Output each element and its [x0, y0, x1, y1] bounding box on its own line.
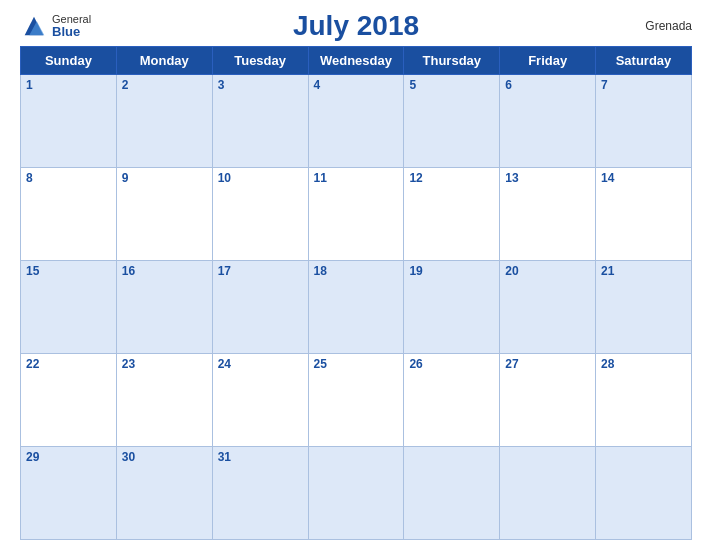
- day-cell-4: 4: [308, 75, 404, 168]
- logo-blue-label: Blue: [52, 25, 91, 39]
- day-number: 12: [409, 171, 422, 185]
- page-title: July 2018: [293, 10, 419, 42]
- week-row-5: 293031: [21, 447, 692, 540]
- day-number: 23: [122, 357, 135, 371]
- day-number: 22: [26, 357, 39, 371]
- day-header-thursday: Thursday: [404, 47, 500, 75]
- day-header-friday: Friday: [500, 47, 596, 75]
- logo: General Blue: [20, 12, 91, 40]
- day-number: 21: [601, 264, 614, 278]
- day-number: 28: [601, 357, 614, 371]
- week-row-3: 15161718192021: [21, 261, 692, 354]
- day-cell-26: 26: [404, 354, 500, 447]
- day-cell-8: 8: [21, 168, 117, 261]
- day-cell-16: 16: [116, 261, 212, 354]
- day-number: 7: [601, 78, 608, 92]
- day-cell-2: 2: [116, 75, 212, 168]
- day-number: 14: [601, 171, 614, 185]
- day-cell-31: 31: [212, 447, 308, 540]
- day-header-saturday: Saturday: [596, 47, 692, 75]
- day-cell-9: 9: [116, 168, 212, 261]
- day-number: 19: [409, 264, 422, 278]
- day-cell-21: 21: [596, 261, 692, 354]
- day-cell-20: 20: [500, 261, 596, 354]
- day-cell-27: 27: [500, 354, 596, 447]
- day-number: 18: [314, 264, 327, 278]
- day-cell-6: 6: [500, 75, 596, 168]
- logo-text: General Blue: [52, 13, 91, 39]
- country-label: Grenada: [645, 19, 692, 33]
- day-number: 10: [218, 171, 231, 185]
- day-cell-19: 19: [404, 261, 500, 354]
- day-number: 1: [26, 78, 33, 92]
- day-number: 6: [505, 78, 512, 92]
- day-header-sunday: Sunday: [21, 47, 117, 75]
- day-cell-10: 10: [212, 168, 308, 261]
- day-cell-23: 23: [116, 354, 212, 447]
- calendar-header: General Blue July 2018 Grenada: [20, 10, 692, 42]
- day-number: 26: [409, 357, 422, 371]
- day-number: 25: [314, 357, 327, 371]
- day-cell-3: 3: [212, 75, 308, 168]
- day-cell-18: 18: [308, 261, 404, 354]
- week-row-1: 1234567: [21, 75, 692, 168]
- day-cell-28: 28: [596, 354, 692, 447]
- day-number: 8: [26, 171, 33, 185]
- empty-cell: [596, 447, 692, 540]
- day-cell-12: 12: [404, 168, 500, 261]
- day-cell-30: 30: [116, 447, 212, 540]
- day-cell-7: 7: [596, 75, 692, 168]
- day-cell-15: 15: [21, 261, 117, 354]
- day-header-tuesday: Tuesday: [212, 47, 308, 75]
- day-number: 30: [122, 450, 135, 464]
- day-number: 29: [26, 450, 39, 464]
- empty-cell: [404, 447, 500, 540]
- day-number: 11: [314, 171, 327, 185]
- day-number: 17: [218, 264, 231, 278]
- day-cell-17: 17: [212, 261, 308, 354]
- day-number: 31: [218, 450, 231, 464]
- day-number: 13: [505, 171, 518, 185]
- day-cell-22: 22: [21, 354, 117, 447]
- day-number: 9: [122, 171, 129, 185]
- week-row-4: 22232425262728: [21, 354, 692, 447]
- day-number: 15: [26, 264, 39, 278]
- day-number: 24: [218, 357, 231, 371]
- calendar-body: 1234567891011121314151617181920212223242…: [21, 75, 692, 540]
- day-cell-29: 29: [21, 447, 117, 540]
- calendar-header-row: SundayMondayTuesdayWednesdayThursdayFrid…: [21, 47, 692, 75]
- empty-cell: [308, 447, 404, 540]
- day-number: 27: [505, 357, 518, 371]
- day-number: 5: [409, 78, 416, 92]
- empty-cell: [500, 447, 596, 540]
- day-number: 3: [218, 78, 225, 92]
- day-number: 16: [122, 264, 135, 278]
- logo-icon: [20, 12, 48, 40]
- day-cell-25: 25: [308, 354, 404, 447]
- day-header-monday: Monday: [116, 47, 212, 75]
- day-cell-13: 13: [500, 168, 596, 261]
- day-cell-5: 5: [404, 75, 500, 168]
- day-cell-24: 24: [212, 354, 308, 447]
- day-number: 2: [122, 78, 129, 92]
- day-header-wednesday: Wednesday: [308, 47, 404, 75]
- day-number: 4: [314, 78, 321, 92]
- calendar-table: SundayMondayTuesdayWednesdayThursdayFrid…: [20, 46, 692, 540]
- week-row-2: 891011121314: [21, 168, 692, 261]
- day-number: 20: [505, 264, 518, 278]
- day-cell-14: 14: [596, 168, 692, 261]
- day-cell-1: 1: [21, 75, 117, 168]
- day-cell-11: 11: [308, 168, 404, 261]
- day-headers: SundayMondayTuesdayWednesdayThursdayFrid…: [21, 47, 692, 75]
